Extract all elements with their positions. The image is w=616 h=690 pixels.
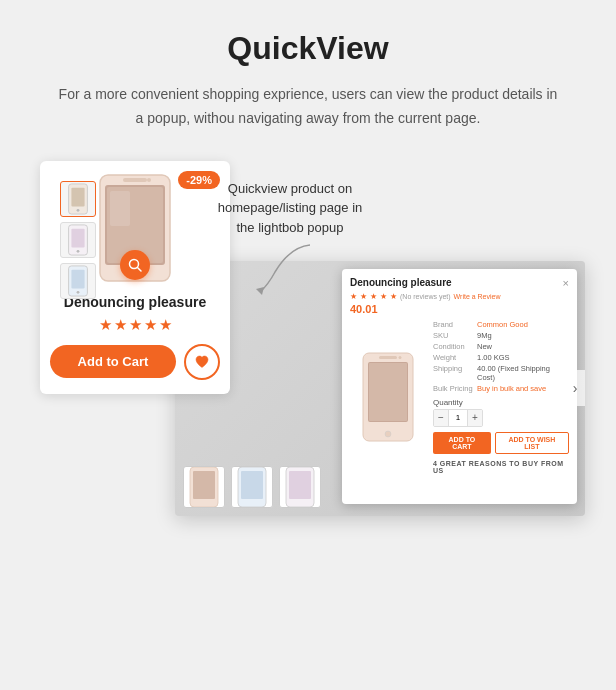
discount-badge: -29%: [178, 171, 220, 189]
annotation-text: Quickview product on homepage/listing pa…: [215, 179, 365, 238]
annotation-arrow: [250, 237, 330, 297]
lightbox-nav-right[interactable]: ›: [564, 370, 585, 406]
svg-marker-18: [256, 287, 264, 295]
modal-stars: ★ ★ ★ ★ ★ (No reviews yet) Write a Revie…: [350, 292, 569, 301]
modal-details: Brand Common Good SKU 9Mg Condition New: [433, 320, 569, 474]
star-2: ★: [114, 316, 127, 334]
wishlist-button[interactable]: [184, 344, 220, 380]
demo-area: -29%: [20, 161, 596, 394]
svg-point-14: [147, 178, 151, 182]
quantity-control[interactable]: − +: [433, 409, 483, 427]
thumbnail-1[interactable]: [60, 181, 96, 217]
write-review-link[interactable]: Write a Review: [454, 293, 501, 300]
svg-rect-26: [193, 471, 215, 499]
modal-add-to-wishlist-button[interactable]: ADD TO WISH LIST: [495, 432, 569, 454]
lb-thumb-3[interactable]: [279, 466, 321, 508]
svg-rect-13: [123, 178, 147, 182]
lb-thumb-2[interactable]: [231, 466, 273, 508]
star-1: ★: [99, 316, 112, 334]
thumbnail-2[interactable]: [60, 222, 96, 258]
star-5: ★: [159, 316, 172, 334]
svg-point-24: [398, 356, 401, 359]
svg-rect-21: [369, 363, 407, 421]
lightbox-inner: levo Denouncing pleasure × ★ ★ ★ ★ ★ (No…: [175, 261, 585, 516]
brand-value[interactable]: Common Good: [477, 320, 528, 329]
card-actions: Add to Cart: [50, 344, 220, 380]
svg-rect-23: [379, 356, 397, 359]
lb-thumb-1[interactable]: [183, 466, 225, 508]
svg-rect-15: [110, 191, 130, 226]
modal-popup: Denouncing pleasure × ★ ★ ★ ★ ★ (No revi…: [342, 269, 577, 504]
modal-add-to-cart-button[interactable]: ADD TO CART: [433, 432, 491, 454]
star-3: ★: [129, 316, 142, 334]
svg-point-2: [77, 208, 80, 211]
quantity-decrease[interactable]: −: [434, 410, 448, 426]
add-to-cart-button[interactable]: Add to Cart: [50, 345, 176, 378]
svg-rect-30: [289, 471, 311, 499]
svg-rect-4: [71, 228, 84, 247]
product-thumbnails: [60, 181, 96, 299]
quickview-button[interactable]: [120, 250, 150, 280]
modal-header: Denouncing pleasure ×: [350, 277, 569, 289]
svg-rect-28: [241, 471, 263, 499]
modal-product-image: [350, 320, 425, 474]
thumbnail-3[interactable]: [60, 263, 96, 299]
lightbox-background: levo Denouncing pleasure × ★ ★ ★ ★ ★ (No…: [175, 261, 585, 516]
modal-price: 40.01: [350, 303, 569, 315]
lightbox-thumbnails: [183, 466, 321, 508]
svg-rect-7: [71, 269, 84, 288]
modal-close-button[interactable]: ×: [563, 277, 569, 289]
great-reasons-text: 4 GREAT REASONS TO BUY FROM US: [433, 460, 569, 474]
page-subtitle: For a more convenient shopping exprience…: [58, 83, 558, 131]
svg-rect-1: [71, 187, 84, 206]
page-title: QuickView: [227, 30, 388, 67]
product-card: -29%: [40, 161, 230, 394]
modal-body: Brand Common Good SKU 9Mg Condition New: [350, 320, 569, 474]
annotation-area: Quickview product on homepage/listing pa…: [215, 179, 365, 298]
quantity-label: Quantity: [433, 398, 569, 407]
quantity-input[interactable]: [448, 410, 468, 426]
star-4: ★: [144, 316, 157, 334]
modal-action-buttons: ADD TO CART ADD TO WISH LIST: [433, 432, 569, 454]
quantity-increase[interactable]: +: [468, 410, 482, 426]
modal-title: Denouncing pleasure: [350, 277, 452, 288]
svg-line-17: [138, 267, 142, 271]
svg-point-22: [385, 431, 391, 437]
bulk-pricing-link[interactable]: Buy in bulk and save: [477, 384, 546, 393]
svg-point-5: [77, 249, 80, 252]
svg-point-8: [77, 290, 80, 293]
star-rating: ★ ★ ★ ★ ★: [50, 316, 220, 334]
